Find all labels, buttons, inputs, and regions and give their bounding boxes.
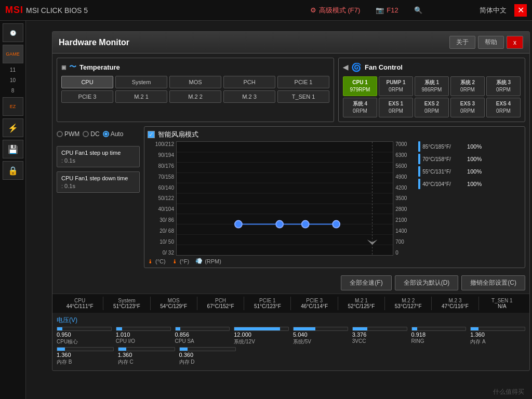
v-mem-b-bar bbox=[57, 348, 65, 351]
cancel-all-btn[interactable]: 撤销全部设置(C) bbox=[461, 275, 525, 290]
advanced-mode-btn[interactable]: ⚙ 高级模式 (F7) bbox=[310, 6, 360, 15]
fan-sys3[interactable]: 系统 3 0RPM bbox=[486, 76, 521, 96]
temp-tab-mos[interactable]: MOS bbox=[169, 76, 221, 88]
v-cpu-sa-name: CPU SA bbox=[175, 338, 230, 344]
full-speed-btn[interactable]: 全部全速(F) bbox=[341, 275, 391, 290]
right-temp-points: 85°C/185°F/ 100% 70°C/158°F/ 100% 55°C/1… bbox=[416, 141, 484, 256]
about-btn[interactable]: 关于 bbox=[449, 36, 475, 49]
fan-sys4-rpm: 0RPM bbox=[345, 108, 375, 115]
temp-point-55: 55°C/131°F/ 100% bbox=[418, 166, 482, 177]
v-sys12v-bar-row bbox=[234, 327, 289, 331]
temp-tab-m23[interactable]: M.2 3 bbox=[223, 90, 275, 103]
v-ring: 0.918 RING bbox=[411, 327, 467, 345]
help-btn[interactable]: 帮助 bbox=[478, 36, 504, 49]
voltage-title: 电压(V) bbox=[57, 316, 525, 325]
fan-exs1[interactable]: EXS 1 0RPM bbox=[379, 98, 413, 117]
v-mem-c-val: 1.360 bbox=[118, 352, 175, 358]
temp-point-85: 85°C/185°F/ 100% bbox=[418, 141, 482, 152]
main-content: Hardware Monitor 关于 帮助 x ▣ 〜 Temperature… bbox=[26, 21, 532, 399]
sidebar-item-game[interactable]: GAME bbox=[3, 45, 23, 63]
fan-sys1[interactable]: 系统 1 986RPM bbox=[415, 76, 449, 96]
fan-exs4[interactable]: EXS 4 0RPM bbox=[486, 98, 521, 117]
temp-70-text: 70°C/158°F/ bbox=[422, 156, 451, 162]
tr-pch: PCH 67°C/152°F bbox=[197, 297, 244, 310]
fan-sys2[interactable]: 系统 2 0RPM bbox=[450, 76, 485, 96]
fan-exs2[interactable]: EXS 2 0RPM bbox=[415, 98, 449, 117]
step-down-value[interactable]: : 0.1s bbox=[61, 183, 135, 189]
v-ring-bar-row bbox=[411, 327, 467, 331]
temp-tab-m21[interactable]: M.2 1 bbox=[115, 90, 167, 103]
step-up-value[interactable]: : 0.1s bbox=[61, 157, 135, 164]
voltage-row-2: 1.360 内存 B 1.360 内存 C bbox=[57, 347, 525, 366]
hw-monitor-window: Hardware Monitor 关于 帮助 x ▣ 〜 Temperature… bbox=[52, 31, 530, 371]
auto-label: Auto bbox=[111, 130, 124, 138]
chart-main[interactable] bbox=[176, 141, 393, 256]
dc-radio[interactable]: DC bbox=[83, 130, 99, 138]
hw-title-btns: 关于 帮助 x bbox=[449, 36, 523, 49]
tr-mos: MOS 54°C/129°F bbox=[151, 297, 197, 310]
temp-tab-pch[interactable]: PCH bbox=[223, 76, 275, 88]
step-up-box: CPU Fan1 step up time : 0.1s bbox=[57, 146, 140, 167]
sidebar-item-2[interactable]: 💾 bbox=[3, 140, 23, 158]
fan-exs3[interactable]: EXS 3 0RPM bbox=[450, 98, 485, 117]
temp-collapse-icon[interactable]: ▣ bbox=[61, 64, 66, 70]
top-bar-center: ⚙ 高级模式 (F7) 📷 F12 🔍 bbox=[253, 6, 480, 15]
pwm-radio[interactable]: PWM bbox=[57, 130, 79, 138]
temp-tab-system[interactable]: System bbox=[115, 76, 167, 88]
temp-tab-m22[interactable]: M.2 2 bbox=[169, 90, 221, 103]
temp-panel-title: Temperature bbox=[79, 63, 120, 71]
legend-temp-item: 🌡 (°C) bbox=[148, 258, 166, 264]
fan-sys4-name: 系统 4 bbox=[345, 100, 375, 108]
legend-temp-label: (°C) bbox=[155, 258, 166, 264]
v-sys12v: 12.000 系统/12V bbox=[234, 327, 289, 345]
fan-cpu1[interactable]: CPU 1 979RPM bbox=[343, 76, 377, 96]
top-close-btn[interactable]: ✕ bbox=[514, 4, 527, 17]
temp-tab-pcie1[interactable]: PCIE 1 bbox=[277, 76, 329, 88]
v-mem-b-bar-container bbox=[57, 347, 114, 351]
v-ring-val: 0.918 bbox=[411, 331, 467, 338]
v-mem-d-bar bbox=[180, 348, 188, 351]
temp-85-text: 85°C/185°F/ bbox=[422, 144, 451, 150]
legend-tempf-label: (°F) bbox=[180, 258, 189, 264]
panels-row: ▣ 〜 Temperature CPU System MOS PCH PCIE … bbox=[52, 54, 529, 126]
sidebar-item-1[interactable]: ⚡ bbox=[3, 118, 23, 137]
sidebar-item-3[interactable]: 🔒 bbox=[3, 161, 23, 180]
v-cpu-io-bar-row bbox=[116, 327, 171, 331]
lang-btn[interactable]: 简体中文 bbox=[480, 6, 507, 15]
voltage-row-1: 0.950 CPU核心 1.010 CPU I/O bbox=[57, 327, 525, 345]
chart-mode-title: 智能风扇模式 bbox=[158, 130, 198, 139]
temp-tab-pcie3[interactable]: PCIE 3 bbox=[61, 90, 113, 103]
f12-btn[interactable]: 📷 F12 bbox=[376, 6, 398, 15]
fan-pump1[interactable]: PUMP 1 0RPM bbox=[379, 76, 413, 96]
v-mem-c-bar-row bbox=[118, 347, 175, 351]
hw-title: Hardware Monitor bbox=[59, 38, 129, 47]
sidebar-item-clock[interactable]: 🕐 bbox=[3, 23, 23, 42]
fan-sys4[interactable]: 系统 4 0RPM bbox=[343, 98, 377, 117]
v-cpu-core-bar bbox=[57, 327, 62, 330]
screenshot-icon: 📷 bbox=[376, 6, 384, 14]
sidebar-item-ez[interactable]: EZ bbox=[3, 97, 23, 116]
search-btn[interactable]: 🔍 bbox=[414, 6, 422, 15]
fan-pump1-name: PUMP 1 bbox=[381, 79, 411, 86]
temp-tab-tsen1[interactable]: T_SEN 1 bbox=[277, 90, 329, 103]
v-cpu-sa-bar-row bbox=[175, 327, 230, 331]
fan-exs1-rpm: 0RPM bbox=[381, 108, 411, 115]
sidebar-num-10: 10 bbox=[9, 76, 17, 84]
v-sys12v-bar bbox=[234, 327, 280, 330]
chart-checkbox[interactable]: ✓ bbox=[148, 131, 155, 138]
fan-exs2-name: EXS 2 bbox=[417, 100, 447, 108]
fan-exs4-name: EXS 4 bbox=[488, 100, 518, 108]
fan-exs3-rpm: 0RPM bbox=[453, 108, 483, 115]
fan-prev-icon[interactable]: ◀ bbox=[343, 63, 348, 71]
set-default-btn[interactable]: 全部设为默认(D) bbox=[395, 275, 459, 290]
temp-tab-cpu[interactable]: CPU bbox=[61, 76, 113, 88]
v-ring-bar-container bbox=[411, 327, 467, 331]
thermometer-f-icon: 🌡 bbox=[172, 258, 178, 264]
temp-bar-70 bbox=[418, 154, 420, 164]
v-cpu-io-name: CPU I/O bbox=[116, 338, 171, 344]
auto-radio[interactable]: Auto bbox=[103, 130, 124, 138]
v-3vcc-bar bbox=[353, 327, 367, 330]
step-down-label: CPU Fan1 step down time bbox=[61, 175, 135, 181]
hw-close-btn[interactable]: x bbox=[507, 36, 523, 49]
chart-title-row: ✓ 智能风扇模式 bbox=[148, 130, 522, 139]
